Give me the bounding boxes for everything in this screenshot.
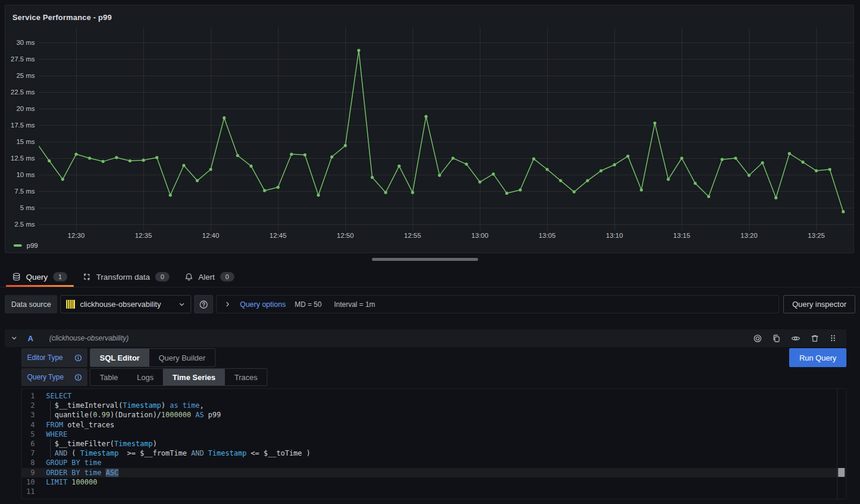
query-row-header: A (clickhouse-observability) [5,329,846,347]
query-type-label-box: Query Type [21,368,87,386]
segment-sql-editor[interactable]: SQL Editor [90,349,149,366]
chevron-right-icon [224,301,231,307]
svg-text:13:25: 13:25 [808,232,825,239]
datasource-picker[interactable]: clickhouse-observability [60,295,191,313]
query-ref-id[interactable]: A [28,334,33,343]
legend-series-label[interactable]: p99 [27,242,38,249]
svg-text:30 ms: 30 ms [17,39,35,46]
query-options-bar[interactable]: Query options MD = 50 Interval = 1m [216,295,779,313]
svg-text:12:30: 12:30 [68,232,85,239]
svg-text:17.5 ms: 17.5 ms [11,122,35,129]
sql-code-editor[interactable]: 1SELECT2 $__timeInterval(Timestamp) as t… [21,388,846,499]
query-options-interval: Interval = 1m [334,300,375,309]
code-line[interactable]: 1SELECT [22,391,846,401]
bell-icon [185,273,193,281]
tab-alert[interactable]: Alert 0 [177,267,242,287]
line-number: 2 [22,401,35,410]
code-line[interactable]: 10LIMIT 100000 [22,477,846,487]
svg-text:2.5 ms: 2.5 ms [14,221,35,228]
line-number: 8 [22,458,35,467]
line-number: 1 [22,391,35,401]
code-line[interactable]: 9ORDER BY time ASC [22,468,846,477]
svg-text:15 ms: 15 ms [17,138,35,145]
query-actions [753,334,836,343]
code-line[interactable]: 3 quantile(0.99)(Duration)/1000000 AS p9… [22,410,846,420]
timeseries-chart[interactable]: 30 ms27.5 ms25 ms22.5 ms20 ms17.5 ms15 m… [5,5,854,240]
line-number: 7 [22,449,35,458]
hide-response-icon[interactable] [791,334,800,343]
tab-transform-count-badge: 0 [155,272,169,282]
svg-text:12:45: 12:45 [270,232,287,239]
line-number: 10 [22,477,35,487]
svg-text:27.5 ms: 27.5 ms [11,55,35,63]
code-line[interactable]: 8GROUP BY time [22,458,846,467]
editor-type-row: Editor Type SQL EditorQuery Builder Run … [21,348,846,367]
tab-alert-count-badge: 0 [220,272,234,282]
query-options-max-datapoints: MD = 50 [295,300,322,309]
help-icon [199,300,208,309]
line-number: 11 [22,487,35,496]
query-type-label: Query Type [27,373,64,381]
svg-text:7.5 ms: 7.5 ms [14,188,35,195]
query-type-row: Query Type TableLogsTime SeriesTraces [21,368,846,386]
tab-transform-label: Transform data [96,273,150,282]
clickhouse-logo-icon [66,300,75,309]
segment-traces[interactable]: Traces [225,369,267,385]
duplicate-query-icon[interactable] [772,334,781,343]
tab-query-count-badge: 1 [53,272,67,282]
tab-transform-data[interactable]: Transform data 0 [75,267,177,287]
code-line[interactable]: 6 $__timeFilter(Timestamp) [22,439,846,449]
drag-handle-icon[interactable] [829,334,836,342]
segment-table[interactable]: Table [90,369,127,385]
transform-icon [83,273,91,281]
svg-text:20 ms: 20 ms [17,105,35,112]
database-icon [12,273,21,281]
query-inspector-button[interactable]: Query inspector [783,295,855,313]
delete-query-icon[interactable] [810,334,819,343]
svg-text:12:55: 12:55 [404,232,421,239]
timeseries-panel: Service Performance - p99 30 ms27.5 ms25… [5,5,854,253]
svg-text:13:00: 13:00 [472,232,489,239]
tab-bar: Query 1 Transform data 0 Alert 0 [0,267,860,287]
collapse-chevron-icon[interactable] [11,335,18,342]
segment-query-builder[interactable]: Query Builder [149,349,215,366]
code-line[interactable]: 7 AND ( Timestamp >= $__fromTime AND Tim… [22,449,846,458]
legend-series-swatch [14,244,22,247]
svg-text:13:10: 13:10 [606,232,623,239]
editor-type-label: Editor Type [27,354,63,362]
datasource-picker-value: clickhouse-observability [80,300,174,309]
line-number: 5 [22,430,35,439]
info-icon[interactable] [74,374,82,381]
code-line[interactable]: 11 [22,487,846,496]
svg-text:10 ms: 10 ms [17,171,35,178]
query-options-link[interactable]: Query options [240,300,286,309]
svg-text:13:15: 13:15 [673,232,691,239]
svg-text:25 ms: 25 ms [17,72,35,79]
query-datasource-hint: (clickhouse-observability) [49,334,129,342]
code-line[interactable]: 4FROM otel_traces [22,420,846,430]
svg-text:12.5 ms: 12.5 ms [11,155,35,162]
svg-text:12:40: 12:40 [202,232,220,239]
line-number: 9 [22,468,35,477]
editor-type-toggle: SQL EditorQuery Builder [90,348,215,367]
disable-query-icon[interactable] [753,334,762,343]
datasource-help-button[interactable] [194,295,213,313]
code-line[interactable]: 2 $__timeInterval(Timestamp) as time, [22,401,846,410]
datasource-label: Data source [5,295,57,313]
datasource-row: Data source clickhouse-observability Que… [5,295,855,313]
svg-text:13:20: 13:20 [741,232,758,239]
svg-text:22.5 ms: 22.5 ms [11,89,35,96]
chevron-down-icon [178,301,185,308]
line-number: 4 [22,420,35,430]
panel-resize-handle[interactable] [372,258,478,261]
info-icon[interactable] [74,354,82,362]
editor-type-label-box: Editor Type [21,348,87,367]
segment-logs[interactable]: Logs [127,369,163,385]
tab-query[interactable]: Query 1 [5,267,75,287]
segment-time-series[interactable]: Time Series [163,369,225,385]
run-query-button[interactable]: Run Query [789,348,846,367]
svg-text:12:35: 12:35 [135,232,152,239]
code-line[interactable]: 5WHERE [22,430,846,439]
svg-text:13:05: 13:05 [539,232,556,239]
tab-alert-label: Alert [198,273,215,282]
